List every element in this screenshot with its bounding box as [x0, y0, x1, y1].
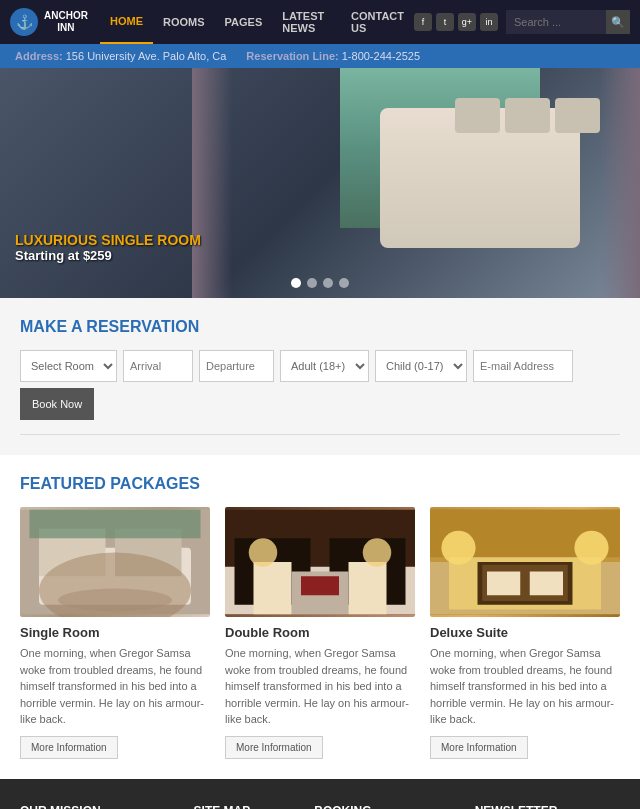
packages-grid: Single Room One morning, when Gregor Sam…	[20, 507, 620, 759]
svg-point-12	[249, 538, 278, 567]
header: ⚓ ANCHOR INN HOME ROOMS PAGES LATEST NEW…	[0, 0, 640, 44]
nav-latest-news[interactable]: LATEST NEWS	[272, 0, 341, 44]
reservation-title: MAKE A RESERVATION	[20, 318, 620, 336]
hero-dot-4[interactable]	[339, 278, 349, 288]
svg-point-4	[58, 589, 172, 612]
single-room-image	[20, 507, 210, 617]
hero-dot-3[interactable]	[323, 278, 333, 288]
svg-rect-10	[254, 562, 292, 614]
logo-text: ANCHOR INN	[44, 10, 88, 34]
hero-content: LUXURIOUS SINGLE ROOM Starting at $259	[15, 232, 201, 263]
hero-section: LUXURIOUS SINGLE ROOM Starting at $259	[0, 68, 640, 298]
footer-sitemap: SITE MAP Home Entries RSS Comments RSS W…	[194, 804, 300, 810]
reservation-section: MAKE A RESERVATION Select Room Adult (18…	[0, 298, 640, 455]
info-bar: Address: 156 University Ave. Palo Alto, …	[0, 44, 640, 68]
address-label: Address: 156 University Ave. Palo Alto, …	[15, 50, 226, 62]
mission-title: OUR MISSION	[20, 804, 179, 810]
nav-pages[interactable]: PAGES	[215, 0, 273, 44]
booking-title: BOOKING	[314, 804, 459, 810]
double-room-name: Double Room	[225, 625, 415, 640]
hero-title: LUXURIOUS SINGLE ROOM	[15, 232, 201, 248]
phone-info: Reservation Line: 1-800-244-2525	[246, 50, 420, 62]
double-room-desc: One morning, when Gregor Samsa woke from…	[225, 645, 415, 728]
newsletter-title: NEWSLETTER	[475, 804, 620, 810]
svg-rect-3	[115, 529, 182, 577]
deluxe-suite-image	[430, 507, 620, 617]
curtain-right	[600, 68, 640, 298]
child-select[interactable]: Child (0-17)	[375, 350, 467, 382]
departure-input[interactable]	[199, 350, 274, 382]
packages-title: FEATURED PACKAGES	[20, 475, 620, 493]
single-room-name: Single Room	[20, 625, 210, 640]
deluxe-suite-desc: One morning, when Gregor Samsa woke from…	[430, 645, 620, 728]
logo-icon: ⚓	[10, 8, 38, 36]
deluxe-suite-name: Deluxe Suite	[430, 625, 620, 640]
hero-dot-2[interactable]	[307, 278, 317, 288]
svg-rect-15	[301, 576, 339, 595]
svg-point-20	[441, 531, 475, 565]
footer-booking: BOOKING Anchor Inn Desk: 1-800-536-3555 …	[314, 804, 459, 810]
single-room-desc: One morning, when Gregor Samsa woke from…	[20, 645, 210, 728]
search-button[interactable]: 🔍	[606, 10, 630, 34]
deluxe-suite-more-btn[interactable]: More Information	[430, 736, 528, 759]
search-area: 🔍	[506, 10, 630, 34]
search-input[interactable]	[506, 10, 606, 34]
google-icon[interactable]: g+	[458, 13, 476, 31]
package-double: Double Room One morning, when Gregor Sam…	[225, 507, 415, 759]
reservation-form: Select Room Adult (18+) Child (0-17) Boo…	[20, 350, 620, 420]
logo[interactable]: ⚓ ANCHOR INN	[10, 8, 90, 36]
nav-contact-us[interactable]: CONTACT US	[341, 0, 414, 44]
svg-rect-25	[530, 572, 563, 596]
svg-rect-24	[487, 572, 520, 596]
svg-rect-2	[39, 529, 106, 577]
svg-rect-5	[30, 510, 201, 539]
hero-subtitle: Starting at $259	[15, 248, 201, 263]
footer-newsletter: NEWSLETTER Don't miss out on events and …	[475, 804, 620, 810]
email-input[interactable]	[473, 350, 573, 382]
hero-pillows	[455, 98, 600, 133]
facebook-icon[interactable]: f	[414, 13, 432, 31]
pillow-1	[455, 98, 500, 133]
svg-rect-0	[20, 510, 210, 615]
double-room-image	[225, 507, 415, 617]
svg-rect-1	[39, 548, 191, 605]
svg-point-21	[574, 531, 608, 565]
adult-select[interactable]: Adult (18+)	[280, 350, 369, 382]
pillow-3	[555, 98, 600, 133]
packages-section: FEATURED PACKAGES Single Room One mornin…	[0, 455, 640, 779]
nav-home[interactable]: HOME	[100, 0, 153, 44]
footer-grid: OUR MISSION A wonderful serenity has tak…	[20, 804, 620, 810]
room-select[interactable]: Select Room	[20, 350, 117, 382]
package-single: Single Room One morning, when Gregor Sam…	[20, 507, 210, 759]
social-icons-header: f t g+ in	[414, 13, 498, 31]
svg-point-13	[363, 538, 392, 567]
twitter-icon[interactable]: t	[436, 13, 454, 31]
pillow-2	[505, 98, 550, 133]
package-deluxe: Deluxe Suite One morning, when Gregor Sa…	[430, 507, 620, 759]
hero-dot-1[interactable]	[291, 278, 301, 288]
main-nav: HOME ROOMS PAGES LATEST NEWS CONTACT US	[90, 0, 414, 44]
linkedin-icon[interactable]: in	[480, 13, 498, 31]
sitemap-title: SITE MAP	[194, 804, 300, 810]
curtain-left	[192, 68, 232, 298]
nav-rooms[interactable]: ROOMS	[153, 0, 215, 44]
svg-rect-11	[349, 562, 387, 614]
footer: OUR MISSION A wonderful serenity has tak…	[0, 779, 640, 810]
single-room-more-btn[interactable]: More Information	[20, 736, 118, 759]
book-button[interactable]: Book Now	[20, 388, 94, 420]
hero-carousel-dots	[291, 278, 349, 288]
arrival-input[interactable]	[123, 350, 193, 382]
double-room-more-btn[interactable]: More Information	[225, 736, 323, 759]
footer-mission: OUR MISSION A wonderful serenity has tak…	[20, 804, 179, 810]
